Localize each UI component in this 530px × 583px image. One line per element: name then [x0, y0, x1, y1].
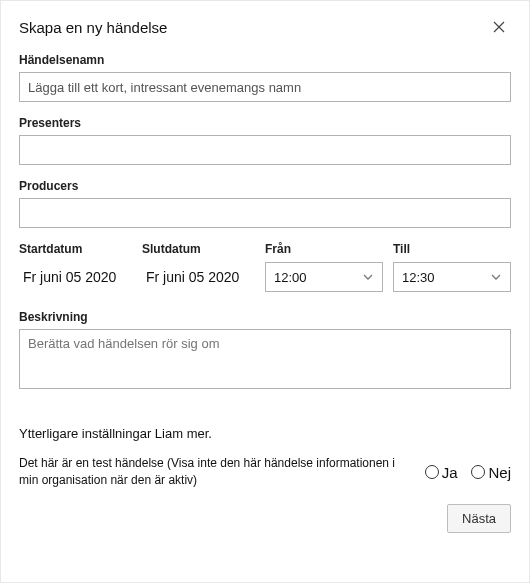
radio-yes-label: Ja: [442, 464, 458, 481]
test-event-text: Det här är en test händelse (Visa inte d…: [19, 455, 417, 490]
dialog-footer: Nästa: [19, 504, 511, 533]
end-date-col: Slutdatum Fr juni 05 2020: [142, 242, 255, 292]
start-date-label: Startdatum: [19, 242, 132, 256]
create-event-dialog: Skapa en ny händelse Händelsenamn Presen…: [0, 0, 530, 583]
from-time-col: Från 12:00: [265, 242, 383, 292]
to-time-col: Till 12:30: [393, 242, 511, 292]
from-time-select[interactable]: 12:00: [265, 262, 383, 292]
description-label: Beskrivning: [19, 310, 511, 324]
from-time-label: Från: [265, 242, 383, 256]
to-time-label: Till: [393, 242, 511, 256]
end-date-label: Slutdatum: [142, 242, 255, 256]
next-button[interactable]: Nästa: [447, 504, 511, 533]
close-button[interactable]: [487, 15, 511, 39]
test-event-row: Det här är en test händelse (Visa inte d…: [19, 455, 511, 490]
producers-field: Producers: [19, 179, 511, 228]
presenters-label: Presenters: [19, 116, 511, 130]
radio-circle-icon: [471, 465, 485, 479]
description-field: Beskrivning: [19, 310, 511, 392]
close-icon: [493, 21, 505, 33]
from-time-value: 12:00: [274, 270, 307, 285]
chevron-down-icon: [490, 271, 502, 283]
dialog-header: Skapa en ny händelse: [19, 15, 511, 39]
producers-input[interactable]: [19, 198, 511, 228]
radio-circle-icon: [425, 465, 439, 479]
radio-no-label: Nej: [488, 464, 511, 481]
presenters-input[interactable]: [19, 135, 511, 165]
producers-label: Producers: [19, 179, 511, 193]
radio-no[interactable]: Nej: [471, 464, 511, 481]
to-time-select[interactable]: 12:30: [393, 262, 511, 292]
radio-yes[interactable]: Ja: [425, 464, 458, 481]
description-input[interactable]: [19, 329, 511, 389]
more-settings-text: Ytterligare inställningar Liam mer.: [19, 426, 511, 441]
event-name-input[interactable]: [19, 72, 511, 102]
dialog-title: Skapa en ny händelse: [19, 19, 167, 36]
start-date-value[interactable]: Fr juni 05 2020: [19, 262, 132, 292]
to-time-value: 12:30: [402, 270, 435, 285]
event-name-label: Händelsenamn: [19, 53, 511, 67]
event-name-field: Händelsenamn: [19, 53, 511, 102]
end-date-value[interactable]: Fr juni 05 2020: [142, 262, 255, 292]
datetime-row: Startdatum Fr juni 05 2020 Slutdatum Fr …: [19, 242, 511, 292]
start-date-col: Startdatum Fr juni 05 2020: [19, 242, 132, 292]
test-event-radio-group: Ja Nej: [425, 464, 511, 481]
presenters-field: Presenters: [19, 116, 511, 165]
chevron-down-icon: [362, 271, 374, 283]
